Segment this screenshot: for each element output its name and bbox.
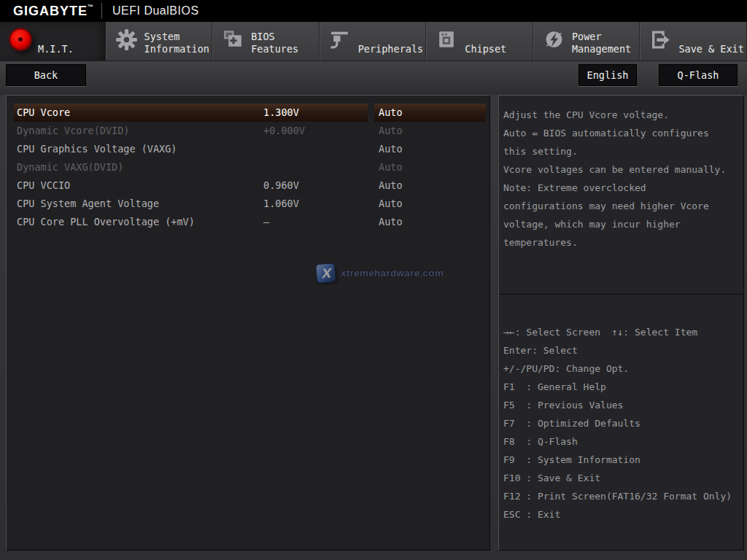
settings-rows: CPU Vcore 1.300V Auto Dynamic Vcore(DVID… — [7, 96, 489, 231]
key-line: +/-/PU/PD: Change Opt. — [503, 359, 740, 378]
help-text: Adjust the CPU Vcore voltage.Auto = BIOS… — [499, 96, 743, 295]
setting-row[interactable]: CPU Core PLL Overvoltage (+mV) – Auto — [7, 213, 489, 231]
help-panel: Adjust the CPU Vcore voltage.Auto = BIOS… — [498, 95, 744, 551]
tab-chipset[interactable]: Chipset — [426, 22, 533, 61]
system-information-icon — [115, 28, 142, 55]
tab-label: Save & Exit — [678, 43, 747, 55]
help-line: voltage, which may incur higher — [503, 215, 740, 233]
tab-label: System Information — [144, 31, 213, 55]
bios-screen: GIGABYTE™ UEFI DualBIOS M.I.T. System In… — [0, 0, 747, 95]
setting-name: CPU System Agent Voltage — [17, 195, 159, 213]
qflash-button[interactable]: Q-Flash — [659, 64, 738, 86]
setting-row[interactable]: Dynamic VAXG(DVID) Auto — [7, 158, 489, 176]
content: CPU Vcore 1.300V Auto Dynamic Vcore(DVID… — [0, 95, 747, 551]
tab-label: Peripherals — [358, 43, 427, 55]
key-line: ESC : Exit — [503, 505, 740, 524]
tab-label: M.I.T. — [38, 43, 107, 55]
chipset-icon — [436, 28, 462, 55]
setting-option[interactable]: Auto — [379, 140, 403, 158]
key-line: F9 : System Information — [503, 451, 740, 469]
setting-row[interactable]: CPU VCCIO 0.960V Auto — [7, 176, 489, 195]
key-line: F7 : Optimized Defaults — [503, 414, 740, 432]
setting-name: Dynamic Vcore(DVID) — [17, 122, 129, 140]
tab-peripherals[interactable]: Peripherals — [320, 22, 427, 61]
setting-option[interactable]: Auto — [379, 213, 403, 231]
topbar: GIGABYTE™ UEFI DualBIOS — [0, 0, 747, 22]
setting-name: Dynamic VAXG(DVID) — [17, 158, 123, 176]
help-line: temperatures. — [503, 233, 740, 252]
help-line: Vcore voltages can be entered manually. — [503, 160, 740, 179]
tab-mit[interactable]: M.I.T. — [0, 22, 106, 61]
topbar-divider — [101, 3, 102, 19]
setting-name: CPU VCCIO — [17, 176, 70, 195]
tab-save-exit[interactable]: Save & Exit — [640, 22, 747, 61]
setting-option[interactable]: Auto — [379, 104, 403, 122]
setting-option[interactable]: Auto — [379, 176, 403, 195]
setting-name: CPU Graphics Voltage (VAXG) — [17, 140, 177, 158]
watermark-text: xtremehardware.com — [341, 268, 444, 279]
save-exit-icon — [649, 28, 676, 55]
bios-features-icon — [222, 28, 248, 55]
tab-bios-features[interactable]: BIOS Features — [212, 22, 320, 61]
power-management-icon — [543, 28, 569, 55]
key-legend: →←: Select Screen ↑↓: Select ItemEnter: … — [499, 295, 743, 524]
key-line: F1 : General Help — [503, 378, 740, 396]
setting-option[interactable]: Auto — [379, 158, 403, 176]
settings-panel: CPU Vcore 1.300V Auto Dynamic Vcore(DVID… — [6, 95, 490, 551]
tab-label: BIOS Features — [251, 31, 320, 55]
setting-option[interactable]: Auto — [379, 195, 403, 213]
page-title: UEFI DualBIOS — [112, 4, 199, 18]
help-line: Adjust the CPU Vcore voltage. — [503, 106, 740, 124]
setting-value: 1.060V — [263, 195, 299, 213]
xtremehardware-logo-icon: X — [315, 262, 336, 284]
setting-value: – — [263, 213, 269, 231]
tab-label: Power Management — [572, 31, 640, 55]
tab-label: Chipset — [465, 43, 533, 55]
trademark: ™ — [88, 4, 94, 10]
language-button[interactable]: English — [578, 64, 637, 86]
key-line: →←: Select Screen ↑↓: Select Item — [503, 323, 740, 341]
help-line: this setting. — [503, 142, 740, 160]
setting-name: CPU Vcore — [17, 104, 70, 122]
setting-value: 0.960V — [263, 176, 299, 195]
tab-system-information[interactable]: System Information — [106, 22, 213, 61]
mit-icon — [7, 26, 34, 52]
brand-text: GIGABYTE — [13, 4, 88, 18]
setting-name: CPU Core PLL Overvoltage (+mV) — [17, 213, 195, 231]
tab-power-management[interactable]: Power Management — [533, 22, 640, 61]
setting-row[interactable]: Dynamic Vcore(DVID) +0.000V Auto — [7, 122, 489, 140]
key-line: F8 : Q-Flash — [503, 432, 740, 451]
key-line: F5 : Previous Values — [503, 396, 740, 414]
peripherals-icon — [329, 28, 355, 55]
tab-bar: M.I.T. System Information BIOS Features … — [0, 22, 747, 61]
sub-toolbar: Back English Q-Flash — [0, 61, 747, 95]
key-line: Enter: Select — [503, 341, 740, 359]
help-line: configurations may need higher Vcore — [503, 197, 740, 215]
setting-row[interactable]: CPU System Agent Voltage 1.060V Auto — [7, 195, 489, 213]
key-line: F10 : Save & Exit — [503, 469, 740, 487]
setting-value: +0.000V — [263, 122, 305, 140]
help-line: Note: Extreme overclocked — [503, 179, 740, 197]
key-line: F12 : Print Screen(FAT16/32 Format Only) — [503, 487, 740, 505]
setting-row[interactable]: CPU Graphics Voltage (VAXG) Auto — [7, 140, 489, 158]
back-button[interactable]: Back — [6, 64, 86, 86]
setting-value: 1.300V — [263, 104, 299, 122]
watermark: X xtremehardware.com — [316, 263, 444, 283]
help-line: Auto = BIOS automatically configures — [503, 124, 740, 142]
setting-option[interactable]: Auto — [379, 122, 403, 140]
gigabyte-logo: GIGABYTE™ — [0, 4, 94, 19]
setting-row[interactable]: CPU Vcore 1.300V Auto — [7, 104, 489, 122]
